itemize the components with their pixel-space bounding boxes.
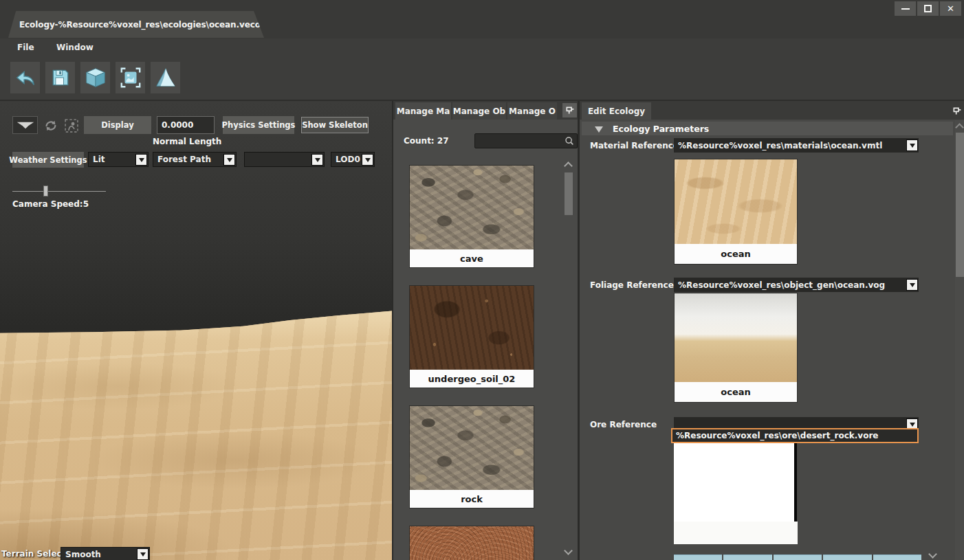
save-button[interactable] [45, 62, 75, 93]
terrain-button[interactable] [151, 62, 180, 93]
dropdown-arrow-icon[interactable] [362, 154, 373, 166]
scroll-down-icon[interactable] [928, 550, 937, 559]
search-icon[interactable] [564, 135, 575, 146]
material-item-rock[interactable]: rock [409, 405, 534, 508]
dropdown-arrow-icon[interactable] [137, 548, 149, 560]
refresh-button[interactable] [42, 117, 60, 134]
minimize-button[interactable] [895, 1, 916, 16]
foliage-reference-thumbnail[interactable]: ocean [674, 293, 798, 403]
document-tab[interactable]: Ecology-%Resource%voxel_res\ecologies\oc… [8, 11, 264, 38]
ore-dropdown-highlighted-item[interactable]: %Resource%voxel_res\ore\desert_rock.vore [671, 428, 919, 443]
table-header-cell[interactable] [723, 555, 771, 560]
table-header-cell[interactable] [674, 555, 722, 560]
refresh-icon [43, 118, 58, 133]
ecology-tabrow: Edit Ecology [580, 101, 964, 120]
material-item-partial[interactable] [409, 526, 534, 560]
material-item-cave[interactable]: cave [409, 165, 534, 268]
lod-dropdown[interactable]: LOD0 [331, 152, 375, 167]
material-reference-thumbnail[interactable]: ocean [674, 159, 798, 265]
toolbar [0, 62, 964, 96]
material-item-label: rock [410, 490, 534, 508]
maximize-icon [924, 5, 932, 12]
path-dropdown[interactable]: Forest Path [153, 152, 237, 167]
ore-reference-label: Ore Reference [590, 420, 657, 429]
dashed-select-icon [64, 118, 79, 133]
normal-length-input[interactable] [157, 116, 215, 134]
tab-edit-ecology[interactable]: Edit Ecology [582, 102, 651, 120]
menu-window[interactable]: Window [56, 43, 94, 52]
material-count-label: Count: 27 [404, 136, 449, 146]
display-button[interactable]: Display [84, 116, 151, 134]
tab-manage-objects[interactable]: Manage Ob [452, 102, 506, 120]
minimize-icon [901, 8, 910, 10]
collapse-triangle-icon[interactable] [595, 126, 603, 137]
cube-button[interactable] [80, 62, 110, 93]
image-transform-button[interactable] [116, 62, 145, 93]
close-button[interactable]: ✕ [940, 1, 961, 16]
manage-materials-panel: Manage Ma Manage Ob Manage O Count: 27 [392, 101, 578, 560]
table-header-cell[interactable] [873, 555, 921, 560]
pin-icon [565, 105, 575, 115]
material-search-box [474, 133, 578, 148]
section-title: Ecology Parameters [613, 124, 709, 134]
material-item-label: cave [410, 249, 534, 267]
terrain-select-label: Terrain Select: [1, 549, 69, 559]
material-item-label: undergeo_soil_02 [410, 370, 534, 388]
soil-texture-image [410, 286, 534, 370]
ore-reference-thumbnail[interactable] [674, 443, 797, 522]
pin-panel-button[interactable] [950, 104, 964, 118]
scroll-down-icon[interactable] [564, 546, 573, 555]
rock-texture-image [410, 406, 534, 490]
wing-icon [15, 120, 36, 130]
ecology-editor-window: Ecology-%Resource%voxel_res\ecologies\oc… [0, 0, 964, 560]
ocean-material-image [675, 159, 797, 244]
menu-file[interactable]: File [17, 43, 34, 52]
pin-icon [952, 106, 962, 116]
undo-button[interactable] [10, 62, 40, 93]
show-skeleton-button[interactable]: Show Skeleton [301, 117, 369, 133]
shading-dropdown[interactable]: Lit [88, 152, 149, 167]
table-header-cell[interactable] [823, 555, 871, 560]
dropdown-arrow-icon[interactable] [906, 139, 918, 151]
flatten-tool-button[interactable] [12, 116, 38, 134]
pin-panel-button[interactable] [562, 103, 577, 117]
search-input[interactable] [475, 136, 564, 146]
terrain-sand [0, 101, 392, 560]
titlebar: Ecology-%Resource%voxel_res\ecologies\oc… [0, 0, 964, 38]
material-item-undergeo-soil[interactable]: undergeo_soil_02 [409, 285, 534, 388]
camera-speed-label: Camera Speed:5 [12, 199, 89, 209]
document-tab-title: Ecology-%Resource%voxel_res\ecologies\oc… [19, 20, 261, 30]
normal-length-label: Normal Length [153, 137, 221, 146]
terrain-select-dropdown[interactable]: Smooth [61, 547, 150, 560]
table-header-cell[interactable] [774, 555, 822, 560]
image-transform-icon [119, 66, 142, 89]
dropdown-arrow-icon[interactable] [223, 154, 235, 166]
weather-settings-button[interactable]: Weather Settings [12, 152, 84, 168]
camera-speed-slider[interactable] [12, 191, 106, 192]
tab-manage-ores[interactable]: Manage O [507, 102, 557, 120]
camera-speed-slider-handle[interactable] [43, 186, 48, 197]
dropdown-arrow-icon[interactable] [906, 279, 918, 291]
scroll-up-icon[interactable] [564, 161, 573, 170]
thumbnail-label: ocean [675, 382, 797, 402]
dropdown-arrow-icon[interactable] [311, 154, 323, 166]
ecology-panel-scrollbar[interactable] [956, 133, 964, 277]
material-reference-label: Material Reference [590, 141, 679, 150]
ecology-parameters-header[interactable]: Ecology Parameters [582, 122, 953, 135]
dropdown-arrow-icon[interactable] [135, 154, 147, 166]
foliage-reference-dropdown[interactable]: %Resource%voxel_res\object_gen\ocean.vog [674, 278, 919, 292]
clipped-table-header-row [674, 555, 921, 560]
clay-texture-image [410, 526, 534, 560]
cave-texture-image [410, 166, 534, 249]
select-skeleton-button[interactable] [63, 117, 80, 134]
window-controls: ✕ [895, 1, 961, 16]
physics-settings-button[interactable]: Physics Settings [223, 116, 294, 134]
tab-manage-materials[interactable]: Manage Ma [395, 102, 451, 120]
tab-close-icon[interactable]: ✕ [269, 19, 276, 30]
maximize-button[interactable] [917, 1, 939, 16]
3d-viewport[interactable]: Display Physics Settings Show Skeleton N… [0, 101, 392, 560]
empty-dropdown[interactable] [244, 152, 325, 167]
save-icon [50, 67, 72, 89]
material-list-scrollbar[interactable] [565, 172, 573, 215]
material-reference-dropdown[interactable]: %Resource%voxel_res\materials\ocean.vmtl [674, 138, 919, 153]
